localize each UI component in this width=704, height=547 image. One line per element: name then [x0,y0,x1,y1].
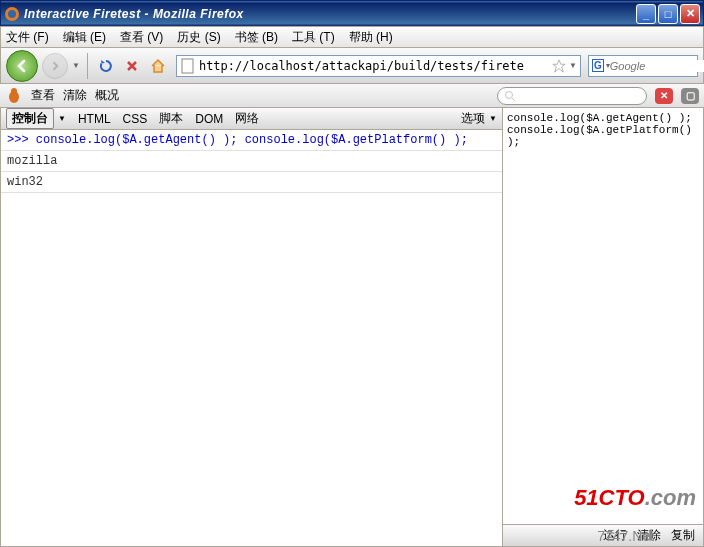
reload-icon [98,58,114,74]
titlebar: Interactive Firetest - Mozilla Firefox _… [0,0,704,26]
copy-button[interactable]: 复制 [671,527,695,544]
menu-bookmarks[interactable]: 书签 (B) [235,29,278,46]
url-bar[interactable]: ▼ [176,55,581,77]
command-editor[interactable]: console.log($A.getAgent() ); console.log… [503,108,703,524]
clear-button[interactable]: 清除 [63,87,87,104]
menubar: 文件 (F) 编辑 (E) 查看 (V) 历史 (S) 书签 (B) 工具 (T… [0,26,704,48]
console-panel: 控制台 ▼ HTML CSS 脚本 DOM 网络 选项 ▼ >>> consol… [1,108,503,546]
home-icon [150,58,166,74]
menu-tools[interactable]: 工具 (T) [292,29,335,46]
search-icon [504,90,516,102]
tab-script[interactable]: 脚本 [159,110,183,127]
dropdown-icon[interactable]: ▼ [569,61,577,70]
detach-panel-button[interactable]: ▢ [681,88,699,104]
command-editor-panel: console.log($A.getAgent() ); console.log… [503,108,703,546]
window-title: Interactive Firetest - Mozilla Firefox [24,7,636,21]
firebug-tabs: 控制台 ▼ HTML CSS 脚本 DOM 网络 选项 ▼ [1,108,502,130]
arrow-left-icon [14,58,30,74]
watermark: 51CTO.com [574,485,696,511]
forward-button [42,53,68,79]
svg-rect-2 [182,59,193,73]
profile-button[interactable]: 概况 [95,87,119,104]
console-command: >>> console.log($A.getAgent() ); console… [1,130,502,151]
stop-button[interactable] [121,55,143,77]
tab-net[interactable]: 网络 [235,110,259,127]
dropdown-icon[interactable]: ▼ [72,61,80,70]
stop-icon [125,59,139,73]
console-result: mozilla [1,151,502,172]
navbar: ▼ ▼ G ▾ [0,48,704,84]
tab-console[interactable]: 控制台 [6,108,54,129]
menu-file[interactable]: 文件 (F) [6,29,49,46]
menu-help[interactable]: 帮助 (H) [349,29,393,46]
svg-point-5 [506,91,513,98]
firebug-icon[interactable] [5,87,23,105]
dropdown-icon[interactable]: ▼ [489,114,497,123]
reload-button[interactable] [95,55,117,77]
firebug-toolbar: 查看 清除 概况 ✕ ▢ [0,84,704,108]
maximize-button[interactable]: □ [658,4,678,24]
firebug-search[interactable] [497,87,647,105]
search-bar[interactable]: G ▾ [588,55,698,77]
tab-css[interactable]: CSS [123,112,148,126]
arrow-right-icon [49,60,61,72]
tab-html[interactable]: HTML [78,112,111,126]
url-input[interactable] [199,59,552,73]
watermark: 7747.Net [597,528,654,544]
inspect-button[interactable]: 查看 [31,87,55,104]
page-icon [180,58,196,74]
svg-point-1 [8,10,16,18]
firefox-icon [4,6,20,22]
close-panel-button[interactable]: ✕ [655,88,673,104]
svg-line-6 [512,98,515,101]
console-result: win32 [1,172,502,193]
tab-dom[interactable]: DOM [195,112,223,126]
menu-history[interactable]: 历史 (S) [177,29,220,46]
menu-edit[interactable]: 编辑 (E) [63,29,106,46]
back-button[interactable] [6,50,38,82]
google-icon: G [592,59,604,72]
svg-point-4 [11,88,17,94]
search-input[interactable] [610,60,704,72]
console-output[interactable]: >>> console.log($A.getAgent() ); console… [1,130,502,546]
close-button[interactable]: ✕ [680,4,700,24]
tab-options[interactable]: 选项 [461,110,485,127]
star-icon[interactable] [552,59,566,73]
home-button[interactable] [147,55,169,77]
menu-view[interactable]: 查看 (V) [120,29,163,46]
minimize-button[interactable]: _ [636,4,656,24]
dropdown-icon[interactable]: ▼ [58,114,66,123]
